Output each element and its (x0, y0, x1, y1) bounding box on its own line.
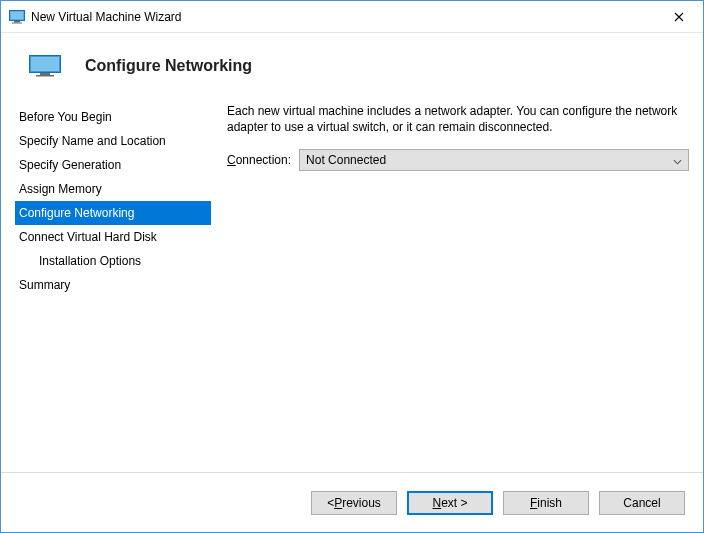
previous-button[interactable]: < Previous (311, 491, 397, 515)
step-assign-memory[interactable]: Assign Memory (15, 177, 211, 201)
page-header: Configure Networking (1, 33, 703, 99)
close-button[interactable] (656, 2, 701, 32)
button-bar: < Previous Next > Finish Cancel (1, 472, 703, 532)
svg-rect-7 (36, 75, 54, 77)
svg-rect-1 (11, 11, 24, 19)
svg-rect-3 (12, 22, 22, 23)
connection-dropdown[interactable]: Not Connected (299, 149, 689, 171)
step-connect-vhd[interactable]: Connect Virtual Hard Disk (15, 225, 211, 249)
app-icon (9, 9, 25, 25)
connection-label: Connection: (227, 153, 291, 167)
step-configure-networking[interactable]: Configure Networking (15, 201, 211, 225)
connection-row: Connection: Not Connected (227, 149, 689, 171)
step-specify-name-location[interactable]: Specify Name and Location (15, 129, 211, 153)
svg-rect-2 (14, 21, 20, 23)
svg-rect-5 (31, 57, 59, 71)
step-before-you-begin[interactable]: Before You Begin (15, 105, 211, 129)
svg-rect-6 (40, 73, 50, 75)
titlebar: New Virtual Machine Wizard (1, 1, 703, 33)
step-specify-generation[interactable]: Specify Generation (15, 153, 211, 177)
wizard-page-icon (29, 55, 61, 77)
finish-button[interactable]: Finish (503, 491, 589, 515)
page-description: Each new virtual machine includes a netw… (227, 103, 689, 135)
cancel-button[interactable]: Cancel (599, 491, 685, 515)
main-panel: Each new virtual machine includes a netw… (211, 99, 689, 472)
close-icon (674, 12, 684, 22)
next-button[interactable]: Next > (407, 491, 493, 515)
wizard-window: New Virtual Machine Wizard Configure Net… (0, 0, 704, 533)
chevron-down-icon (673, 156, 682, 165)
content-area: Before You Begin Specify Name and Locati… (1, 99, 703, 472)
step-summary[interactable]: Summary (15, 273, 211, 297)
wizard-steps-sidebar: Before You Begin Specify Name and Locati… (15, 99, 211, 472)
page-title: Configure Networking (85, 57, 252, 75)
step-installation-options[interactable]: Installation Options (15, 249, 211, 273)
connection-value: Not Connected (306, 153, 386, 167)
window-title: New Virtual Machine Wizard (31, 10, 182, 24)
